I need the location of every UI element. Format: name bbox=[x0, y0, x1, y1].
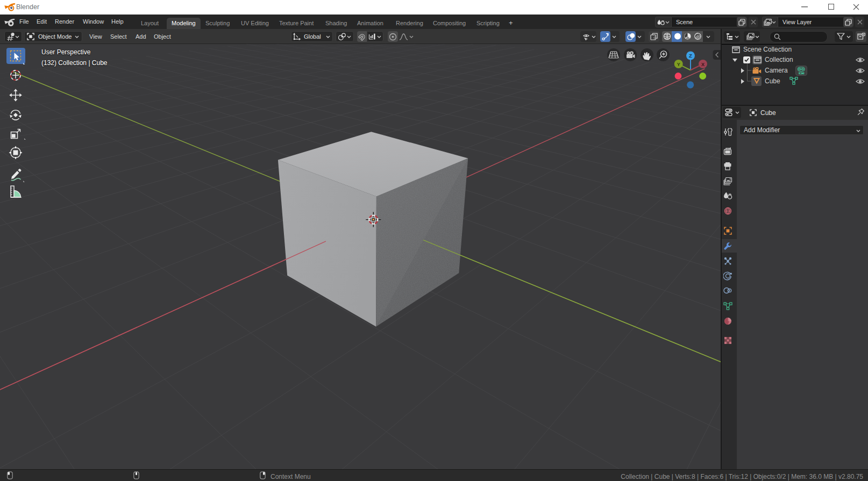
svg-text:Z: Z bbox=[689, 53, 692, 59]
svg-text:X: X bbox=[701, 62, 705, 67]
svg-text:Y: Y bbox=[677, 62, 680, 67]
